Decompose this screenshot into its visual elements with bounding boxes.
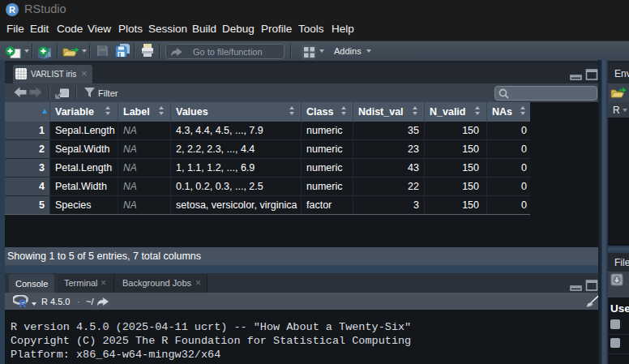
svg-text:R: R [9,5,15,15]
svg-text:R: R [19,298,28,310]
